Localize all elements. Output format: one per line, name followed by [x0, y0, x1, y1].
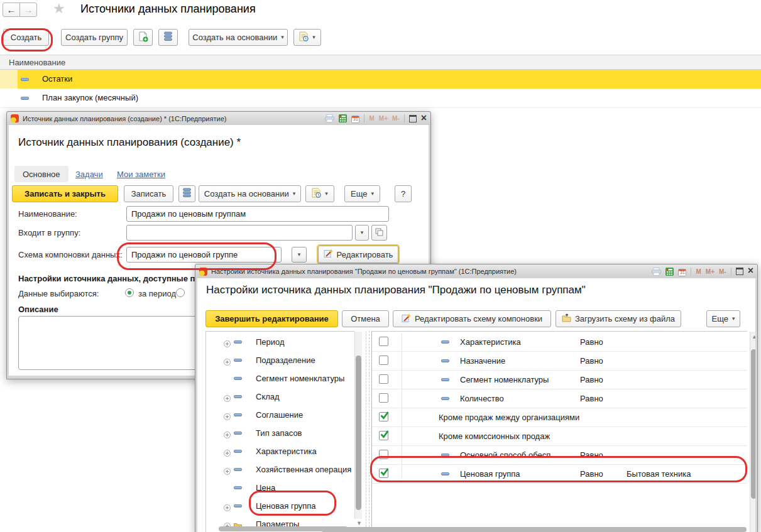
- condition-row[interactable]: КоличествоРавно: [372, 389, 747, 408]
- create-based-on-button[interactable]: Создать на основании ▾: [189, 29, 288, 46]
- table-row-selected[interactable]: Остатки: [0, 70, 761, 89]
- back-button[interactable]: ←: [3, 3, 20, 17]
- close-button[interactable]: ×: [748, 266, 753, 276]
- checkbox-checked[interactable]: [379, 412, 388, 421]
- calendar-icon[interactable]: 31: [351, 114, 359, 122]
- more-button[interactable]: Еще ▾: [344, 185, 380, 202]
- tree-item[interactable]: Склад: [206, 388, 354, 406]
- panel-splitter[interactable]: [369, 331, 370, 532]
- print-icon[interactable]: [325, 114, 334, 122]
- condition-row[interactable]: НазначениеРавно: [372, 352, 747, 371]
- report-icon-button[interactable]: ▾: [305, 185, 334, 202]
- dimension-dash-icon: [441, 472, 449, 475]
- tab-main[interactable]: Основное: [14, 166, 68, 182]
- calendar-icon[interactable]: 31: [678, 268, 686, 276]
- tab-my-notes[interactable]: Мои заметки: [117, 170, 165, 179]
- expand-plus-icon[interactable]: [224, 430, 231, 437]
- print-icon[interactable]: [652, 268, 661, 276]
- expand-plus-icon[interactable]: [224, 502, 231, 509]
- memory-m-button[interactable]: M: [696, 268, 701, 275]
- memory-m-button[interactable]: M: [369, 115, 374, 122]
- save-button[interactable]: Записать: [124, 185, 173, 202]
- scrollbar-up-arrow[interactable]: ▲: [752, 334, 755, 340]
- close-button[interactable]: ×: [421, 113, 427, 123]
- checkbox-unchecked[interactable]: [379, 337, 388, 346]
- maximize-button[interactable]: [409, 115, 417, 122]
- conditions-vertical-scrollbar[interactable]: ▲: [750, 332, 755, 532]
- scheme-field[interactable]: Продажи по ценовой группе: [126, 247, 282, 263]
- tree-item[interactable]: Хозяйственная операция: [206, 460, 354, 479]
- expand-plus-icon[interactable]: [224, 393, 231, 400]
- memory-m-minus-button[interactable]: M-: [719, 268, 726, 275]
- scrollbar-thumb[interactable]: [751, 349, 755, 499]
- create-group-button[interactable]: Создать группу: [61, 29, 128, 46]
- window-titlebar[interactable]: Настройки источника данных планирования …: [195, 264, 757, 278]
- condition-row[interactable]: ХарактеристикаРавно: [372, 333, 747, 352]
- dimension-dash-icon: [234, 486, 242, 489]
- panel-splitter[interactable]: [366, 331, 366, 532]
- checkbox-unchecked[interactable]: [379, 374, 388, 384]
- expand-plus-icon[interactable]: [224, 357, 231, 364]
- list-stack-icon-button[interactable]: [178, 185, 195, 202]
- group-dropdown-button[interactable]: ▾: [355, 225, 369, 241]
- tree-item[interactable]: Цена: [206, 479, 354, 497]
- expand-plus-icon[interactable]: [224, 411, 231, 418]
- calculator-icon[interactable]: [665, 268, 674, 276]
- favorite-star-icon[interactable]: ★: [53, 1, 65, 17]
- tree-item[interactable]: Сегмент номенклатуры: [206, 369, 354, 388]
- load-scheme-from-file-button[interactable]: Загрузить схему из файла: [556, 310, 681, 327]
- list-stack-icon-button[interactable]: [158, 29, 178, 46]
- report-icon-button[interactable]: ▾: [293, 29, 321, 46]
- scrollbar-thumb[interactable]: [356, 356, 361, 510]
- tree-item[interactable]: Подразделение: [206, 351, 354, 369]
- memory-m-minus-button[interactable]: M-: [392, 115, 400, 122]
- expand-plus-icon[interactable]: [224, 448, 231, 455]
- calculator-icon[interactable]: [339, 114, 347, 122]
- checkbox-unchecked[interactable]: [379, 393, 388, 403]
- cancel-button[interactable]: Отмена: [342, 310, 389, 327]
- condition-row[interactable]: Основной способ обесп...Равно: [372, 446, 747, 465]
- edit-composition-scheme-button[interactable]: Редактировать схему компоновки: [393, 310, 551, 327]
- create-button[interactable]: Создать: [3, 29, 49, 46]
- new-document-icon-button[interactable]: [133, 29, 153, 46]
- column-header-name[interactable]: Наименование: [0, 55, 761, 70]
- group-choose-button[interactable]: [371, 225, 387, 241]
- memory-m-plus-button[interactable]: M+: [706, 268, 714, 275]
- tree-item[interactable]: Период: [206, 333, 354, 351]
- expand-plus-icon[interactable]: [224, 466, 231, 473]
- checkbox-unchecked[interactable]: [379, 450, 388, 459]
- name-field[interactable]: Продажи по ценовым группам: [126, 206, 389, 222]
- group-field[interactable]: [126, 225, 353, 241]
- tree-item[interactable]: Тип запасов: [206, 424, 354, 442]
- tab-tasks[interactable]: Задачи: [75, 170, 103, 179]
- condition-row[interactable]: Кроме продаж между организациями: [372, 408, 747, 427]
- tree-item[interactable]: Соглашение: [206, 406, 354, 424]
- tree-item[interactable]: Характеристика: [206, 442, 354, 460]
- tree-vertical-scrollbar[interactable]: [354, 332, 362, 519]
- save-and-close-button[interactable]: Записать и закрыть: [12, 185, 118, 202]
- conditions-horizontal-scrollbar-thumb[interactable]: [321, 527, 747, 532]
- tree-item-label: Хозяйственная операция: [256, 465, 351, 474]
- radio-for-period-selected[interactable]: [125, 288, 134, 297]
- forward-button[interactable]: →: [19, 3, 37, 17]
- scheme-dropdown-button[interactable]: ▾: [292, 247, 307, 263]
- maximize-button[interactable]: [736, 268, 743, 275]
- condition-row[interactable]: Ценовая группаРавноБытовая техника: [372, 465, 747, 484]
- checkbox-checked[interactable]: [379, 431, 388, 440]
- checkbox-unchecked[interactable]: [379, 356, 388, 365]
- window-titlebar[interactable]: Источник данных планирования (создание) …: [7, 112, 430, 125]
- condition-row[interactable]: Сегмент номенклатурыРавно: [372, 371, 747, 389]
- table-row[interactable]: План закупок (месячный): [0, 89, 761, 108]
- edit-scheme-button[interactable]: Редактировать: [318, 246, 398, 263]
- create-based-on-button[interactable]: Создать на основании ▾: [199, 185, 301, 202]
- memory-m-plus-button[interactable]: M+: [379, 115, 388, 122]
- checkbox-checked[interactable]: [379, 469, 388, 478]
- more-button[interactable]: Еще ▾: [706, 310, 740, 327]
- radio-second-option[interactable]: [176, 288, 185, 297]
- finish-editing-button[interactable]: Завершить редактирование: [205, 310, 338, 327]
- tree-item[interactable]: Ценовая группа: [206, 497, 354, 515]
- scrollbar-down-arrow[interactable]: ▼: [356, 521, 362, 526]
- help-button[interactable]: ?: [395, 185, 412, 202]
- condition-row[interactable]: Кроме комиссионных продаж: [372, 427, 747, 446]
- expand-plus-icon[interactable]: [224, 339, 231, 345]
